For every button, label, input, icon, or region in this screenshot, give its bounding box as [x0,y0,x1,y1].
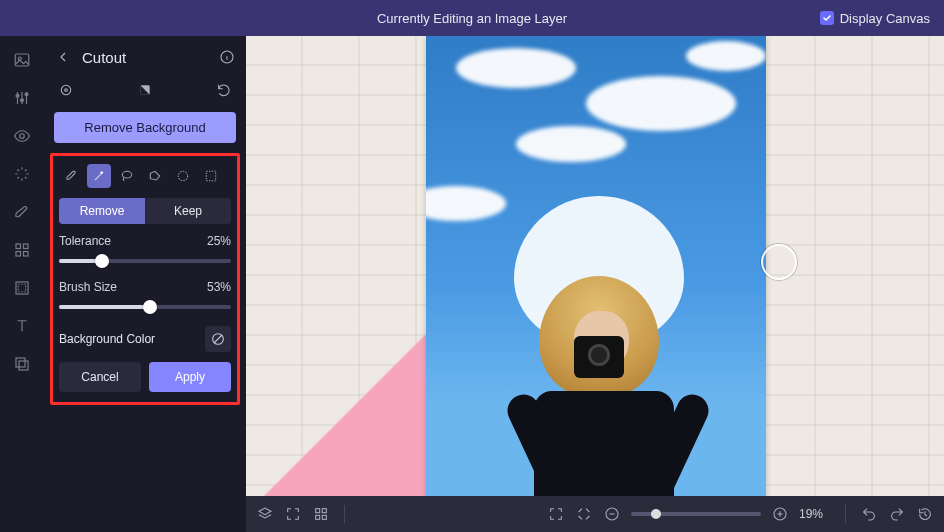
canvas-bottom-bar: 19% [246,496,944,532]
left-tool-rail [0,36,44,532]
circle-select-tool-icon[interactable] [171,164,195,188]
mode-remove-button[interactable]: Remove [59,198,145,224]
svg-rect-23 [322,509,326,513]
magic-wand-tool-icon[interactable] [87,164,111,188]
target-icon[interactable] [54,78,78,102]
layers-icon[interactable] [12,354,32,374]
zoom-slider[interactable] [631,512,761,516]
layers-toggle-icon[interactable] [256,505,274,523]
tolerance-label: Tolerance [59,234,111,248]
image-layer[interactable] [426,36,766,496]
svg-rect-6 [16,244,21,249]
panel-title: Cutout [82,49,208,66]
history-icon[interactable] [916,505,934,523]
fullscreen-icon[interactable] [547,505,565,523]
image-icon[interactable] [12,50,32,70]
svg-point-19 [178,171,187,180]
svg-point-15 [61,85,70,94]
polygon-lasso-tool-icon[interactable] [143,164,167,188]
fit-icon[interactable] [575,505,593,523]
brush-size-slider[interactable] [59,298,231,316]
checkbox-checked-icon [820,11,834,25]
svg-point-3 [21,99,24,102]
grid-icon[interactable] [312,505,330,523]
cutout-controls-region: Remove Keep Tolerance 25% Brush Size 53% [50,153,240,405]
svg-rect-13 [19,361,28,370]
svg-rect-24 [316,515,320,519]
brush-size-value: 53% [207,280,231,294]
redo-icon[interactable] [888,505,906,523]
svg-rect-9 [24,252,29,257]
remove-keep-toggle[interactable]: Remove Keep [59,198,231,224]
svg-rect-20 [206,171,215,180]
effects-icon[interactable] [12,164,32,184]
svg-point-5 [20,134,25,139]
undo-icon[interactable] [860,505,878,523]
canvas-area: 19% [246,36,944,532]
info-icon[interactable] [218,48,236,66]
apply-button[interactable]: Apply [149,362,231,392]
expand-icon[interactable] [284,505,302,523]
svg-point-16 [65,89,68,92]
mode-keep-button[interactable]: Keep [145,198,231,224]
svg-rect-25 [322,515,326,519]
svg-rect-0 [15,54,29,66]
tolerance-value: 25% [207,234,231,248]
svg-rect-11 [18,284,26,292]
svg-rect-8 [16,252,21,257]
brush-size-label: Brush Size [59,280,117,294]
lasso-tool-icon[interactable] [115,164,139,188]
zoom-out-icon[interactable] [603,505,621,523]
brush-icon[interactable] [12,202,32,222]
text-icon[interactable] [12,316,32,336]
rect-select-tool-icon[interactable] [199,164,223,188]
cancel-button[interactable]: Cancel [59,362,141,392]
svg-rect-22 [316,509,320,513]
adjust-icon[interactable] [12,88,32,108]
background-color-label: Background Color [59,332,155,346]
svg-point-4 [25,93,28,96]
canvas-viewport[interactable] [246,36,944,496]
remove-background-button[interactable]: Remove Background [54,112,236,143]
display-canvas-checkbox[interactable]: Display Canvas [820,11,930,26]
tolerance-slider[interactable] [59,252,231,270]
display-canvas-label: Display Canvas [840,11,930,26]
cutout-panel: Cutout Remove Background Remove Keep [44,36,246,532]
editing-title: Currently Editing an Image Layer [377,11,567,26]
svg-point-18 [122,171,131,178]
contrast-icon[interactable] [133,78,157,102]
svg-rect-12 [16,358,25,367]
svg-rect-7 [24,244,29,249]
reset-icon[interactable] [212,78,236,102]
eye-icon[interactable] [12,126,32,146]
background-color-swatch[interactable] [205,326,231,352]
zoom-in-icon[interactable] [771,505,789,523]
zoom-value: 19% [799,507,831,521]
svg-point-2 [16,94,19,97]
paintbrush-tool-icon[interactable] [59,164,83,188]
elements-icon[interactable] [12,240,32,260]
back-arrow-icon[interactable] [54,48,72,66]
top-bar: Currently Editing an Image Layer Display… [0,0,944,36]
frame-icon[interactable] [12,278,32,298]
